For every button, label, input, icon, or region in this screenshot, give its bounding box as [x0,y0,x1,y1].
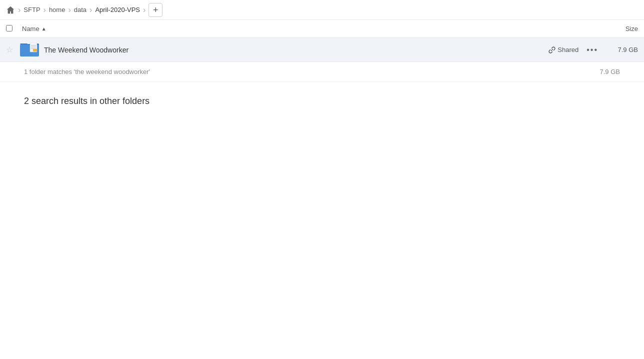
folder-icon [20,42,40,58]
sort-arrow: ▲ [42,26,46,32]
shared-label: Shared [558,46,578,54]
breadcrumb-sftp[interactable]: SFTP [22,5,42,14]
select-all-input[interactable] [6,25,12,32]
other-folders-heading: 2 search results in other folders [0,82,644,112]
breadcrumb-april-2020-vps[interactable]: April-2020-VPS [93,5,142,14]
link-icon [548,46,556,54]
folder-match-size: 7.9 GB [600,68,620,76]
breadcrumb-home[interactable]: home [47,5,68,14]
breadcrumb-home[interactable] [4,4,17,16]
select-all-checkbox[interactable] [6,25,18,33]
folder-match-text: 1 folder matches 'the weekend woodworker… [24,68,150,76]
file-size: 7.9 GB [608,46,638,54]
folder-svg [20,42,39,57]
name-label: Name [22,25,40,32]
breadcrumb-add-button[interactable]: + [148,3,162,17]
size-column-header: Size [626,25,638,32]
breadcrumb-sep-1: › [44,6,46,14]
breadcrumb-sep-3: › [90,6,92,14]
name-column-header[interactable]: Name ▲ [22,25,46,32]
breadcrumb-sep-4: › [143,6,146,14]
other-folders-text: 2 search results in other folders [24,96,150,106]
svg-rect-6 [33,49,37,52]
breadcrumb-sep-2: › [68,6,70,14]
file-row[interactable]: ☆ The Weekend Woodworker Shared ••• 7.9 … [0,38,644,62]
folder-match-info: 1 folder matches 'the weekend woodworker… [0,62,644,82]
breadcrumb-bar: › SFTP › home › data › April-2020-VPS › … [0,0,644,20]
column-header: Name ▲ Size [0,20,644,38]
home-icon [6,6,15,14]
star-icon[interactable]: ☆ [6,45,18,54]
breadcrumb-data[interactable]: data [72,5,88,14]
file-name: The Weekend Woodworker [44,46,548,54]
breadcrumb-sep-0: › [18,6,20,14]
shared-badge: Shared [548,46,578,54]
more-options-button[interactable]: ••• [586,44,598,55]
